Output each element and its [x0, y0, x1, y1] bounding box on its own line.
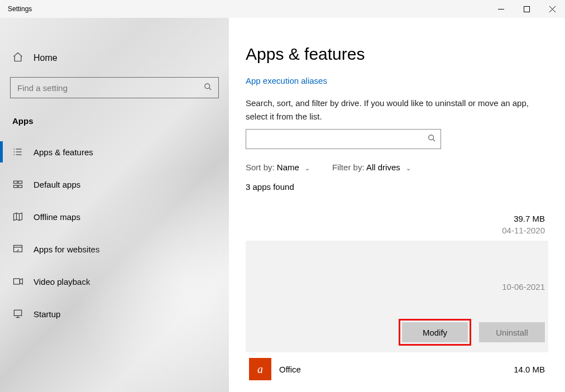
app-date: 10-06-2021 [502, 282, 545, 291]
svg-point-4 [204, 84, 209, 89]
app-execution-aliases-link[interactable]: App execution aliases [246, 76, 548, 85]
search-icon [428, 134, 436, 144]
svg-rect-14 [14, 185, 18, 188]
nav-item-label: Video playback [33, 277, 90, 286]
office-icon: a [249, 358, 271, 380]
window-title: Settings [8, 5, 32, 13]
app-size: 39.7 MB [502, 214, 545, 223]
sidebar: Home Apps Apps & features Default ap [0, 18, 229, 392]
app-row-selected[interactable]: 10-06-2021 Modify Uninstall [246, 241, 548, 352]
svg-line-25 [433, 139, 435, 141]
apps-found-count: 3 apps found [246, 182, 548, 192]
filter-label: Filter by: [332, 162, 365, 172]
chevron-down-icon: ⌄ [406, 165, 411, 171]
nav-item-label: Apps for websites [33, 245, 99, 254]
search-input[interactable] [16, 83, 203, 93]
svg-point-24 [429, 135, 434, 140]
app-date: 04-11-2020 [502, 226, 545, 235]
video-icon [12, 276, 23, 287]
nav-default-apps[interactable]: Default apps [0, 168, 229, 200]
nav-item-label: Offline maps [33, 212, 80, 222]
modify-button[interactable]: Modify [402, 322, 468, 342]
sort-value: Name [277, 162, 299, 172]
nav-item-label: Default apps [33, 180, 80, 189]
titlebar: Settings [0, 0, 565, 18]
svg-rect-13 [18, 181, 22, 183]
app-search-box[interactable] [246, 129, 441, 149]
page-description: Search, sort, and filter by drive. If yo… [246, 97, 536, 123]
nav-offline-maps[interactable]: Offline maps [0, 200, 229, 233]
section-label: Apps [0, 112, 229, 136]
sort-filter-row: Sort by: Name ⌄ Filter by: All drives ⌄ [246, 162, 548, 172]
nav-startup[interactable]: Startup [0, 298, 229, 330]
svg-marker-20 [20, 279, 22, 284]
app-search-input[interactable] [251, 134, 428, 145]
app-actions: Modify Uninstall [399, 319, 545, 346]
nav-apps-features[interactable]: Apps & features [0, 136, 229, 168]
svg-rect-15 [18, 185, 22, 188]
app-icon: a [249, 358, 271, 380]
maximize-button[interactable] [514, 0, 539, 18]
svg-line-5 [209, 88, 211, 90]
startup-icon [12, 308, 23, 319]
page-title: Apps & features [246, 45, 548, 64]
defaults-icon [12, 179, 23, 190]
map-icon [12, 211, 23, 222]
filter-value: All drives [366, 162, 400, 172]
nav-home-label: Home [33, 53, 58, 63]
settings-window: Settings Home [0, 0, 565, 392]
app-size: 14.0 MB [514, 365, 545, 374]
sort-label: Sort by: [246, 162, 275, 172]
app-list: 39.7 MB 04-11-2020 10-06-2021 [246, 208, 548, 386]
chevron-down-icon: ⌄ [305, 165, 310, 171]
search-icon [203, 83, 213, 93]
nav-item-label: Apps & features [33, 147, 93, 157]
modify-highlight: Modify [399, 319, 471, 346]
sidebar-search[interactable] [10, 77, 219, 98]
filter-by-control[interactable]: Filter by: All drives ⌄ [332, 162, 411, 172]
svg-rect-1 [524, 6, 529, 12]
minimize-button[interactable] [488, 0, 514, 18]
app-name: Office [279, 365, 514, 374]
nav-video-playback[interactable]: Video playback [0, 265, 229, 298]
svg-rect-19 [14, 279, 20, 284]
list-icon [12, 146, 23, 157]
uninstall-button[interactable]: Uninstall [479, 322, 545, 342]
close-button[interactable] [539, 0, 565, 18]
nav-home[interactable]: Home [0, 46, 229, 70]
app-row[interactable]: a Office 14.0 MB [246, 352, 548, 386]
svg-rect-12 [14, 181, 18, 183]
home-icon [12, 51, 23, 65]
main-panel: Apps & features App execution aliases Se… [229, 18, 565, 392]
nav-apps-for-websites[interactable]: Apps for websites [0, 233, 229, 265]
website-icon [12, 243, 23, 255]
app-row[interactable]: 39.7 MB 04-11-2020 [246, 208, 548, 241]
svg-rect-21 [14, 310, 21, 315]
sort-by-control[interactable]: Sort by: Name ⌄ [246, 162, 310, 172]
nav-item-label: Startup [33, 309, 60, 319]
window-controls [488, 0, 565, 18]
